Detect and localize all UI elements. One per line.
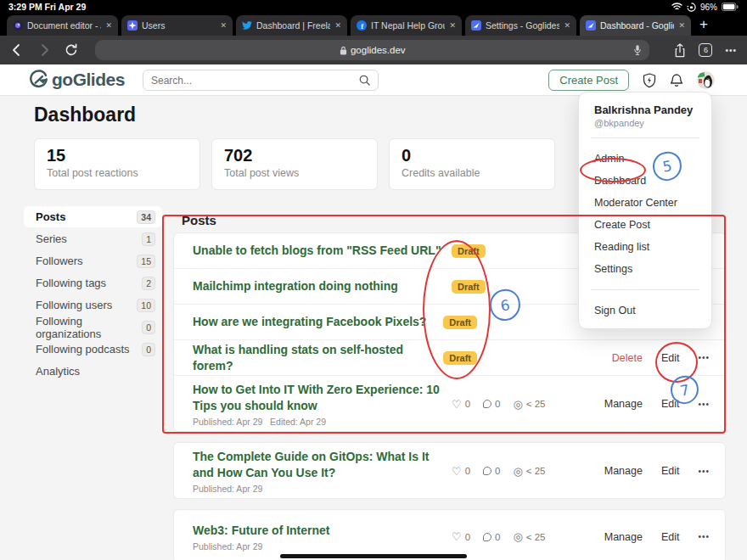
manage-action[interactable]: Manage (604, 465, 643, 477)
post-stats: ♡00◎< 25 (452, 531, 604, 542)
sidebar-item-posts[interactable]: Posts34 (24, 206, 162, 227)
reactions-stat: ♡0 (452, 399, 470, 410)
posts-card: The Complete Guide on GitOps: What Is It… (173, 442, 726, 499)
search-input[interactable] (151, 75, 359, 87)
menu-item-sign-out[interactable]: Sign Out (579, 300, 711, 322)
browser-more-icon[interactable]: ••• (725, 46, 737, 55)
sidebar-item-count: 0 (142, 343, 155, 356)
menu-item-reading-list[interactable]: Reading list (579, 236, 711, 258)
draft-badge: Draft (452, 280, 486, 294)
comments-stat: 0 (483, 399, 500, 409)
post-title[interactable]: How to Get Into IT With Zero Experience:… (193, 382, 452, 414)
forward-icon[interactable] (37, 43, 51, 57)
post-title[interactable]: Mailchimp integration doing nothing (193, 278, 452, 294)
browser-tab[interactable]: Document editor - Jas✕ (7, 15, 118, 36)
share-icon[interactable] (674, 43, 686, 58)
sidebar-item-following-tags[interactable]: Following tags2 (24, 272, 162, 294)
stat-label: Total post reactions (47, 167, 188, 179)
url-bar[interactable]: goglides.dev (95, 40, 649, 60)
sidebar-item-followers[interactable]: Followers15 (24, 250, 162, 272)
browser-tab[interactable]: fIT Nepal Help Group |✕ (351, 15, 462, 36)
site-logo[interactable]: goGlides (28, 69, 125, 90)
sidebar-item-following-podcasts[interactable]: Following podcasts0 (24, 339, 162, 360)
menu-item-moderator-center[interactable]: Moderator Center (579, 192, 711, 214)
home-indicator[interactable] (280, 554, 467, 558)
stat-value: 0 (402, 146, 542, 165)
browser-tab[interactable]: Dashboard - Goglides✕ (580, 15, 691, 36)
stat-card: 702Total post views (211, 138, 378, 190)
tab-overview-icon[interactable]: 6 (699, 43, 712, 57)
reactions-stat: ♡0 (452, 531, 470, 542)
mic-icon[interactable] (633, 44, 642, 58)
moderation-shield-icon[interactable] (643, 73, 656, 88)
sidebar-item-count: 34 (137, 210, 155, 224)
close-icon[interactable]: ✕ (449, 21, 456, 30)
edit-action[interactable]: Edit (661, 531, 680, 543)
views-stat: ◎< 25 (513, 466, 545, 477)
menu-items: AdminDashboardModerator CenterCreate Pos… (579, 148, 711, 280)
create-post-button[interactable]: Create Post (548, 70, 629, 91)
users-favicon (127, 20, 138, 31)
tab-title: IT Nepal Help Group | (371, 20, 445, 31)
post-info: The Complete Guide on GitOps: What Is It… (193, 449, 452, 494)
menu-item-admin[interactable]: Admin (579, 148, 711, 170)
post-info: Web3: Future of InternetPublished: Apr 2… (193, 523, 452, 552)
comment-icon (483, 467, 491, 475)
more-options-icon[interactable]: ••• (698, 400, 710, 409)
new-tab-icon[interactable]: + (699, 16, 708, 33)
posts-card: Web3: Future of InternetPublished: Apr 2… (173, 509, 726, 560)
back-icon[interactable] (10, 43, 24, 57)
post-row: How to Get Into IT With Zero Experience:… (174, 376, 725, 431)
browser-tab[interactable]: Dashboard | Freelance✕ (236, 15, 347, 36)
post-stats: ♡00◎< 25 (452, 399, 604, 410)
sidebar-item-series[interactable]: Series1 (24, 228, 162, 249)
edit-action[interactable]: Edit (661, 465, 680, 477)
menu-item-create-post[interactable]: Create Post (579, 214, 711, 236)
post-meta: Published: Apr 29 (193, 541, 452, 552)
post-status: Draft (443, 351, 611, 365)
menu-item-dashboard[interactable]: Dashboard (579, 170, 711, 192)
close-icon[interactable]: ✕ (105, 21, 112, 30)
more-options-icon[interactable]: ••• (698, 532, 710, 541)
views-count: < 25 (526, 466, 546, 476)
close-icon[interactable]: ✕ (564, 21, 570, 30)
draft-badge: Draft (443, 316, 477, 329)
post-title[interactable]: Unable to fetch blogs from "RSS Feed URL… (193, 243, 452, 259)
edit-action[interactable]: Edit (661, 352, 680, 364)
browser-tab[interactable]: Settings - Goglides De✕ (465, 15, 576, 36)
search-box[interactable] (143, 70, 379, 91)
close-icon[interactable]: ✕ (220, 21, 227, 30)
post-title[interactable]: The Complete Guide on GitOps: What Is It… (193, 449, 452, 481)
manage-action[interactable]: Manage (604, 398, 643, 410)
page-title: Dashboard (34, 104, 136, 126)
post-actions: ManageEdit••• (604, 465, 710, 477)
close-icon[interactable]: ✕ (678, 21, 685, 30)
sidebar-item-label: Analytics (36, 365, 80, 378)
post-row: The Complete Guide on GitOps: What Is It… (174, 443, 725, 498)
post-title[interactable]: What is handling stats on self-hosted fo… (193, 342, 443, 374)
sidebar-item-following-organizations[interactable]: Following organizations0 (24, 316, 162, 338)
stat-label: Credits available (402, 167, 542, 179)
comments-stat: 0 (483, 466, 500, 476)
post-title[interactable]: How are we integrating Facebook Pixels? (193, 314, 443, 330)
menu-item-settings[interactable]: Settings (579, 258, 711, 280)
reload-icon[interactable] (65, 43, 78, 57)
avatar[interactable] (697, 71, 715, 89)
edit-action[interactable]: Edit (661, 398, 680, 410)
tab-title: Settings - Goglides De (486, 20, 559, 31)
notifications-bell-icon[interactable] (670, 73, 683, 87)
more-options-icon[interactable]: ••• (698, 467, 710, 476)
delete-action[interactable]: Delete (612, 352, 643, 364)
sidebar-item-count: 10 (137, 299, 155, 312)
more-options-icon[interactable]: ••• (698, 353, 710, 362)
browser-tab[interactable]: Users✕ (121, 15, 233, 36)
post-meta: Published: Apr 29 Edited: Apr 29 (193, 417, 452, 427)
profile-name[interactable]: Balkrishna Pandey (579, 104, 711, 116)
post-title[interactable]: Web3: Future of Internet (193, 523, 452, 539)
sidebar-item-following-users[interactable]: Following users10 (24, 294, 162, 316)
manage-action[interactable]: Manage (604, 531, 643, 543)
comments-count: 0 (495, 466, 500, 476)
sidebar-item-analytics[interactable]: Analytics (24, 361, 162, 382)
twitter-favicon (242, 20, 252, 31)
close-icon[interactable]: ✕ (334, 21, 341, 30)
